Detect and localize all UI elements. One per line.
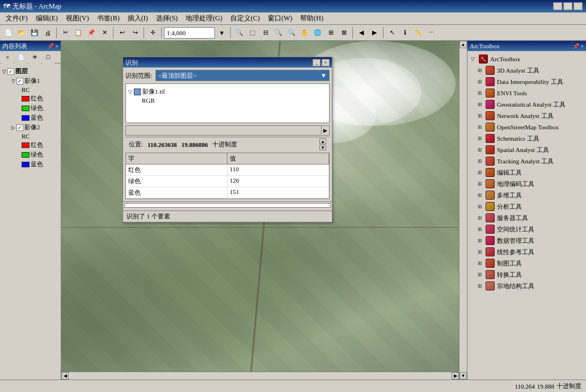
- editor-expand[interactable]: ⊞: [478, 170, 483, 175]
- menu-geoprocessing[interactable]: 地理处理(G): [182, 12, 226, 24]
- copy-button[interactable]: 📋: [72, 27, 85, 39]
- conversion-expand[interactable]: ⊞: [478, 272, 483, 277]
- toc-pin-icon[interactable]: 📌: [48, 43, 54, 49]
- group-expand-icon[interactable]: ▽: [2, 69, 6, 74]
- datamgmt-expand[interactable]: ⊞: [478, 238, 483, 243]
- cartography-expand[interactable]: ⊞: [478, 260, 483, 266]
- image1-expand[interactable]: ▽: [11, 78, 15, 84]
- group-checkbox[interactable]: ✓: [7, 68, 14, 75]
- identify-hscrollbar[interactable]: [126, 127, 321, 134]
- datainterop-expand[interactable]: ⊞: [478, 79, 483, 85]
- identify-min-button[interactable]: _: [313, 59, 321, 66]
- fixed-zoom[interactable]: ⊠: [338, 27, 350, 39]
- map-hscroll-right[interactable]: ▶: [452, 372, 459, 380]
- envi-expand[interactable]: ⊞: [478, 90, 483, 96]
- zoom-in[interactable]: 🔍: [272, 27, 285, 39]
- tracking-expand[interactable]: ⊞: [478, 158, 483, 164]
- geostat-expand[interactable]: ⊞: [478, 102, 483, 107]
- map-scroll-down[interactable]: ▼: [459, 372, 467, 380]
- toolbox-schematics[interactable]: ⊞ Schematics 工具: [469, 133, 585, 144]
- menu-edit[interactable]: 编辑(E): [32, 12, 61, 24]
- menu-view[interactable]: 视图(V): [62, 12, 92, 24]
- menu-customize[interactable]: 自定义(C): [227, 12, 263, 24]
- measure-button[interactable]: 📏: [412, 27, 424, 39]
- forward-extent[interactable]: ▶: [368, 27, 381, 39]
- pan[interactable]: ✋: [298, 27, 311, 39]
- info-button[interactable]: ℹ: [399, 27, 411, 39]
- toolbox-tracking[interactable]: ⊞ Tracking Analyst 工具: [469, 155, 585, 167]
- zoom-out[interactable]: 🔍: [285, 27, 298, 39]
- toolbox-pin-icon[interactable]: 📌: [573, 43, 579, 49]
- image2-checkbox[interactable]: ✓: [16, 124, 23, 131]
- paste-button[interactable]: 📌: [85, 27, 98, 39]
- schematics-expand[interactable]: ⊞: [478, 136, 483, 141]
- server-expand[interactable]: ⊞: [478, 215, 483, 221]
- menu-insert[interactable]: 插入(I): [124, 12, 151, 24]
- topology-expand[interactable]: ⊞: [478, 283, 483, 289]
- toolbox-datamgmt[interactable]: ⊞ 数据管理工具: [469, 235, 585, 246]
- toolbox-osm[interactable]: ⊞ OpenStreetMap Toolbox: [469, 121, 585, 133]
- pointer-tool[interactable]: ↖: [386, 27, 398, 39]
- pos-scroll-up[interactable]: ▲: [319, 138, 326, 144]
- identify-close-button[interactable]: ×: [322, 59, 330, 66]
- 3danalyst-expand[interactable]: ⊞: [478, 68, 483, 73]
- spatial-expand[interactable]: ⊞: [478, 147, 483, 153]
- identify-button[interactable]: 🔍: [233, 27, 246, 39]
- scrollbar-arrow[interactable]: ▶: [321, 127, 329, 134]
- minimize-button[interactable]: _: [553, 2, 562, 10]
- toolbox-geocoding[interactable]: ⊞ 地理编码工具: [469, 178, 585, 189]
- toc-list-by-visibility[interactable]: 👁: [28, 51, 41, 64]
- analysis-expand[interactable]: ⊞: [478, 204, 483, 209]
- menu-select[interactable]: 选择(S): [153, 12, 182, 24]
- toolbox-close-icon[interactable]: ×: [580, 43, 584, 49]
- toolbox-editor[interactable]: ⊞ 编辑工具: [469, 167, 585, 178]
- toolbox-3danalyst[interactable]: ⊞ 3D Analyst 工具: [469, 65, 585, 76]
- toolbox-root-expand[interactable]: ▽: [471, 56, 477, 62]
- delete-button[interactable]: ✕: [98, 27, 111, 39]
- new-button[interactable]: 📄: [2, 27, 15, 39]
- scale-dropdown[interactable]: ▼: [216, 27, 228, 39]
- toolbox-topology[interactable]: ⊞ 宗地结构工具: [469, 280, 585, 292]
- pos-scroll-down[interactable]: ▼: [319, 145, 326, 150]
- toolbox-spatial[interactable]: ⊞ Spatial Analyst 工具: [469, 144, 585, 155]
- spatial-stats-expand[interactable]: ⊞: [478, 226, 483, 232]
- redo-button[interactable]: ↪: [129, 27, 141, 39]
- image2-expand[interactable]: ▷: [11, 125, 15, 130]
- save-button[interactable]: 💾: [28, 27, 41, 39]
- toolbox-datainterop[interactable]: ⊞ Data Interoperability 工具: [469, 76, 585, 87]
- toolbox-spatial-stats[interactable]: ⊞ 空间统计工具: [469, 224, 585, 235]
- tree-expand-icon[interactable]: ▽: [128, 89, 132, 95]
- toc-close-icon[interactable]: ×: [55, 43, 58, 49]
- back-extent[interactable]: ◀: [355, 27, 368, 39]
- multivariate-expand[interactable]: ⊞: [478, 192, 483, 198]
- geocoding-expand[interactable]: ⊞: [478, 181, 483, 187]
- map-hscroll-left[interactable]: ◀: [61, 372, 69, 380]
- toolbox-analysis[interactable]: ⊞ 分析工具: [469, 201, 585, 212]
- toc-list-by-drawing[interactable]: ≡: [1, 51, 14, 64]
- scale-input[interactable]: 1:4,000: [164, 27, 215, 39]
- network-expand[interactable]: ⊞: [478, 113, 483, 119]
- toc-list-by-selection[interactable]: ☐: [42, 51, 54, 64]
- identify-hscroll-bar[interactable]: [124, 203, 331, 208]
- navigate-button[interactable]: ✛: [146, 27, 159, 39]
- map-area[interactable]: 识别 _ × 识别范围: <最顶部图层> ▼: [61, 41, 467, 380]
- undo-button[interactable]: ↩: [116, 27, 128, 39]
- open-button[interactable]: 📂: [15, 27, 28, 39]
- toolbox-multivariate[interactable]: ⊞ 多维工具: [469, 189, 585, 201]
- globe[interactable]: 🌐: [311, 27, 324, 39]
- menu-file[interactable]: 文件(F): [2, 12, 31, 24]
- toolbox-geostat[interactable]: ⊞ Geostatistical Analyst 工具: [469, 99, 585, 110]
- linearref-expand[interactable]: ⊞: [478, 249, 483, 255]
- toolbox-root-item[interactable]: ▽ 🔧 ArcToolbox: [469, 53, 585, 65]
- image1-checkbox[interactable]: ✓: [16, 78, 23, 85]
- toolbox-envi[interactable]: ⊞ ENVI Tools: [469, 87, 585, 99]
- close-button[interactable]: ×: [574, 2, 583, 10]
- toolbox-cartography[interactable]: ⊞ 制图工具: [469, 258, 585, 269]
- maximize-button[interactable]: □: [563, 2, 572, 10]
- select-features[interactable]: ⬚: [246, 27, 259, 39]
- osm-expand[interactable]: ⊞: [478, 124, 483, 130]
- map-scroll-up[interactable]: ▲: [459, 41, 467, 48]
- clear-selection[interactable]: ⊟: [259, 27, 272, 39]
- full-extent[interactable]: ⊞: [324, 27, 337, 39]
- toolbox-network[interactable]: ⊞ Network Analyst 工具: [469, 110, 585, 121]
